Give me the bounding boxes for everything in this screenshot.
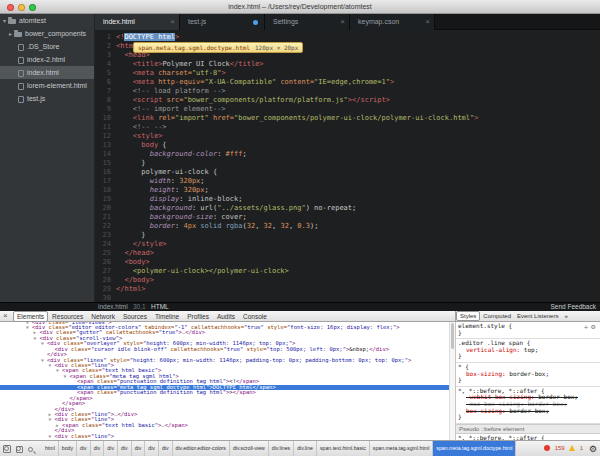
tab-test-js[interactable]: test.js — [180, 14, 265, 30]
tree-item-lorem-element-html[interactable]: lorem-element.html — [0, 79, 94, 92]
scrollbar-thumb[interactable] — [451, 323, 454, 349]
tree-item-bower-components[interactable]: ▸bower_components — [0, 27, 94, 40]
code-line: <link rel="import" href="bower_component… — [116, 114, 600, 123]
code-line: </html> — [116, 285, 600, 294]
modified-dot-icon — [253, 20, 258, 25]
code-line: <!DOCTYPE html> — [116, 33, 600, 42]
style-rule[interactable]: +⚙element.style {} — [456, 322, 600, 339]
tree-item-index-2-html[interactable]: index-2.html — [0, 53, 94, 66]
breadcrumb-item[interactable]: html — [42, 441, 59, 456]
dom-tree-row[interactable]: <div class="cursor idle blink-off" calla… — [0, 347, 449, 352]
styles-sidebar-tabs: StylesComputedEvent Listeners» — [455, 311, 600, 322]
gutter-line: 13 — [95, 141, 116, 150]
tree-item--ds-store[interactable]: .DS_Store — [0, 40, 94, 53]
tab-close-icon[interactable]: × — [170, 14, 175, 29]
warning-count: 1 — [580, 445, 583, 451]
dom-tree: ▼<div class="item-views">▼<div class="ed… — [0, 322, 449, 440]
new-style-rule-icon[interactable]: + — [584, 323, 591, 330]
style-rule[interactable]: *, *::before, *::after {-webkit-box-sizi… — [456, 387, 600, 424]
chevron-right-icon: ▸ — [9, 31, 12, 37]
dock-side-icon[interactable] — [16, 446, 23, 453]
breadcrumb-item[interactable]: div — [118, 441, 132, 456]
tab-close-icon[interactable]: × — [340, 14, 345, 29]
devtools-tab-console[interactable]: Console — [239, 312, 271, 321]
tree-item-test-js[interactable]: test.js — [0, 92, 94, 105]
code-line: background-color: #fff; — [116, 150, 600, 159]
styles-tab-styles[interactable]: Styles — [456, 311, 480, 321]
close-window-button[interactable] — [7, 4, 14, 11]
code-editor[interactable]: 1234567891011121314151617181920212223242… — [95, 30, 600, 302]
devtools-panel: × ElementsResourcesNetworkSourcesTimelin… — [0, 311, 600, 456]
devtools-tab-sources[interactable]: Sources — [119, 312, 151, 321]
folder-icon — [14, 32, 22, 37]
breadcrumb-item[interactable]: div.editor.editor-colors — [173, 441, 230, 456]
breadcrumb-item[interactable]: body — [59, 441, 77, 456]
tab-label: test.js — [188, 18, 206, 25]
status-grammar[interactable]: HTML — [151, 303, 169, 311]
style-rule-selector: +⚙element.style { — [458, 323, 598, 330]
dom-tree-row[interactable]: ▼<div class="line"> — [0, 434, 449, 439]
breadcrumb-item[interactable]: div — [132, 441, 146, 456]
style-property[interactable]: box-sizing: border-box; — [458, 371, 598, 378]
gutter-line: 28 — [95, 276, 116, 285]
breadcrumb-item[interactable]: div — [77, 441, 91, 456]
gutter-line: 23 — [95, 231, 116, 240]
tree-item-index-html[interactable]: index.html — [0, 66, 94, 79]
gutter-line: 9 — [95, 105, 116, 114]
tab-label: index.html — [103, 18, 135, 25]
send-feedback-link[interactable]: Send Feedback — [550, 303, 596, 311]
tree-root[interactable]: ▾atomtest — [0, 14, 94, 27]
pseudo-element-header: Pseudo ::before element — [456, 424, 600, 434]
code-line: </head> — [116, 249, 600, 258]
devtools-tab-audits[interactable]: Audits — [213, 312, 239, 321]
tab-index-html[interactable]: index.html× — [95, 14, 180, 30]
breadcrumb-item[interactable]: div.scroll-view — [230, 441, 269, 456]
breadcrumb-item[interactable]: span.meta.tag.sgml.doctype.html — [433, 441, 516, 456]
folder-icon — [8, 19, 16, 24]
tab-keymap-cson[interactable]: keymap.cson× — [350, 14, 435, 30]
styles-tab--[interactable]: » — [561, 312, 570, 320]
breadcrumb-item[interactable]: div.line — [294, 441, 317, 456]
inspect-element-icon[interactable] — [3, 445, 11, 453]
styles-tab-event-listeners[interactable]: Event Listeners — [514, 312, 561, 320]
styles-settings-gear-icon[interactable]: ⚙ — [591, 323, 598, 330]
gutter-line: 4 — [95, 60, 116, 69]
file-icon — [18, 96, 24, 103]
console-badges[interactable]: 159 1 — [544, 445, 583, 451]
tab-close-icon[interactable]: × — [425, 14, 430, 29]
devtools-tab-resources[interactable]: Resources — [48, 312, 87, 321]
gutter-line: 7 — [95, 87, 116, 96]
breadcrumb-item[interactable]: span.meta.tag.sgml.html — [370, 441, 434, 456]
zoom-window-button[interactable] — [29, 4, 36, 11]
breadcrumb-item[interactable]: div — [145, 441, 159, 456]
style-property[interactable]: box-sizing: border-box; — [458, 408, 598, 415]
breadcrumb-item[interactable]: span.text.html.basic — [317, 441, 370, 456]
search-icon[interactable] — [28, 447, 33, 452]
devtools-tab-timeline[interactable]: Timeline — [151, 312, 183, 321]
tree-view[interactable]: ▾atomtest ▸bower_components.DS_Storeinde… — [0, 14, 95, 302]
devtools-close-icon[interactable]: × — [3, 311, 8, 321]
devtools-tab-elements[interactable]: Elements — [13, 311, 48, 322]
devtools-status-icons — [3, 445, 33, 453]
devtools-settings-gear-icon[interactable]: ⚙ — [589, 443, 597, 455]
style-property[interactable]: vertical-align: top; — [458, 347, 598, 354]
devtools-status-bar: htmlbodydivdivdivdivdivdivdivdiv.editor.… — [0, 440, 600, 456]
code-line: <title>Polymer UI Clock</title> — [116, 60, 600, 69]
styles-tab-computed[interactable]: Computed — [480, 312, 514, 320]
style-rule[interactable]: * {box-sizing: border-box;} — [456, 363, 600, 387]
status-cursor-position[interactable]: 30,1 — [133, 303, 146, 311]
tab-label: Settings — [273, 18, 298, 25]
breadcrumb-item[interactable]: div.lines — [269, 441, 294, 456]
gutter-line: 3 — [95, 51, 116, 60]
style-rule[interactable]: .editor .line span {vertical-align: top;… — [456, 339, 600, 363]
style-rule-icons: +⚙ — [584, 323, 598, 330]
breadcrumb-item[interactable]: div — [91, 441, 105, 456]
breadcrumb-item[interactable]: div — [159, 441, 173, 456]
minimize-window-button[interactable] — [18, 4, 25, 11]
devtools-tab-network[interactable]: Network — [87, 312, 119, 321]
gutter-line: 14 — [95, 150, 116, 159]
devtools-tab-profiles[interactable]: Profiles — [183, 312, 213, 321]
editor-status-bar: index.html 30,1 HTML Send Feedback — [0, 302, 600, 311]
tab-settings[interactable]: Settings× — [265, 14, 350, 30]
breadcrumb-item[interactable]: div — [104, 441, 118, 456]
